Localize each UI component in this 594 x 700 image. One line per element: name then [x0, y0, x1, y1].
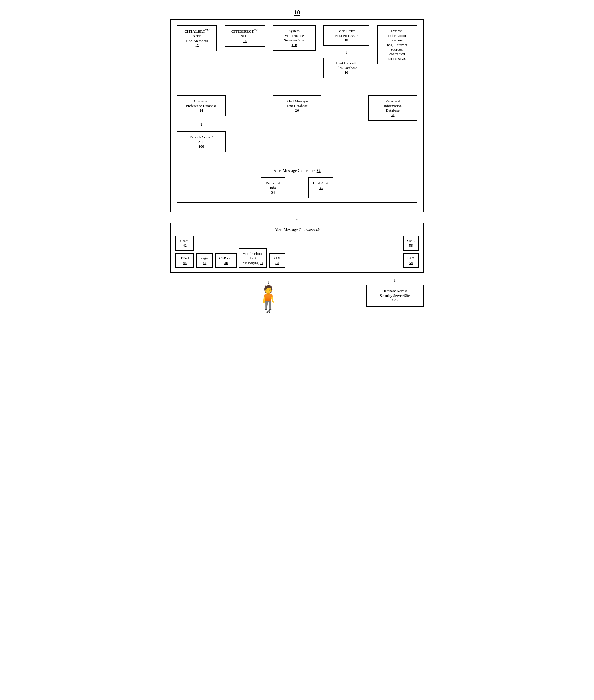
outer-box: CITIALERTTM SITE Non-Members 12 CITIDIRE…: [170, 19, 424, 212]
alertmsg-line1: Alert Message: [276, 99, 318, 103]
citidirect-num: 14: [228, 38, 262, 43]
arrow-custpref-reports: ↕: [177, 121, 226, 127]
custpref-col: Customer Preference Database 24 ↕ Report…: [177, 95, 226, 152]
external-line6: contracted: [381, 52, 414, 56]
alertmsg-node: Alert Message Text Database 26: [272, 95, 322, 116]
citidirect-node: CITIDIRECTTM SITE 14: [225, 25, 265, 46]
external-line3: Servers: [381, 38, 414, 42]
citialert-line2: SITE: [180, 34, 213, 38]
ratesinfo-gen-num: 34: [266, 190, 280, 195]
mobilephone-line2: Text: [242, 256, 263, 260]
dbaccess-node: Database Access Security Server/Site 120: [366, 285, 424, 307]
page: 10 CITIALERTTM SITE Non-Members 12 CITID…: [168, 6, 426, 317]
arrow-gen-gw: ↓: [170, 214, 424, 221]
ratesinfo-node: Rates and Information Database 30: [368, 95, 417, 121]
gateways-box: Alert Message Gateways 40 e-mail 42 HTML…: [170, 223, 424, 273]
xml-num: 52: [273, 260, 282, 265]
html-node: HTML 44: [175, 253, 194, 268]
reports-line2: Site: [180, 139, 222, 144]
dbaccess-line1: Database Access: [370, 289, 420, 293]
external-line5: sources,: [381, 47, 414, 52]
xml-node: XML 52: [269, 253, 286, 268]
mobilephone-num: 50: [260, 260, 263, 265]
gateways-inner: e-mail 42 HTML 44 Pager 46: [175, 236, 419, 268]
reports-num: 100: [180, 144, 222, 149]
gateways-num: 40: [316, 228, 320, 232]
external-line1: External: [381, 29, 414, 33]
generators-label: Alert Message Generators 32: [183, 168, 411, 173]
sms-line1: SMS: [407, 239, 415, 243]
dbaccess-line2: Security Server/Site: [370, 293, 420, 298]
citialert-num: 12: [180, 43, 213, 48]
custpref-num: 24: [180, 108, 222, 113]
hostalert-line1: Host Alert: [313, 181, 329, 186]
pager-line1: Pager: [200, 256, 209, 260]
backoffice-node: Back Office Host Processor 18: [324, 25, 369, 46]
html-num: 44: [179, 260, 190, 265]
hostalert-num: 36: [313, 186, 329, 190]
ratesinfo-num: 30: [372, 113, 414, 117]
external-num: 28: [402, 56, 406, 61]
mobilephone-line1: Mobile Phone: [242, 251, 263, 256]
external-node: External Information Servers (e.g., Inte…: [377, 25, 417, 64]
gateways-label-text: Alert Message Gateways: [274, 228, 315, 232]
person-num: 58: [266, 309, 270, 314]
email-num: 42: [179, 243, 190, 248]
external-line2: Information: [381, 33, 414, 38]
top-row: CITIALERTTM SITE Non-Members 12 CITIDIRE…: [177, 25, 417, 78]
sysmaint-node: System Maintenance Servever/Site 110: [272, 25, 316, 51]
pager-num: 46: [200, 260, 209, 265]
gateways-section: Alert Message Gateways 40 e-mail 42 HTML…: [170, 223, 424, 273]
custpref-line2: Preference Database: [180, 103, 222, 108]
fax-num: 54: [407, 260, 415, 265]
citialert-tm: TM: [205, 29, 209, 32]
sysmaint-num: 110: [276, 42, 312, 47]
gw-left-col: e-mail 42 HTML 44: [175, 236, 194, 268]
generators-inner: Rates and Info 34 Host Alert 36: [183, 178, 411, 198]
html-line1: HTML: [179, 256, 190, 260]
fax-node: FAX 54: [403, 253, 419, 268]
csrcall-line1: CSR call: [219, 256, 233, 260]
dbaccess-num: 120: [370, 298, 420, 303]
ratesinfo-line1: Rates and: [372, 99, 414, 103]
citidirect-name: CITIDIRECT: [231, 29, 254, 34]
ratesinfo-gen-line2: Info: [266, 186, 280, 190]
xml-line1: XML: [273, 256, 282, 260]
citialert-line3: Non-Members: [180, 38, 213, 43]
csrcall-node: CSR call 48: [215, 253, 237, 268]
external-line4: (e.g., Internet: [381, 42, 414, 47]
custpref-node: Customer Preference Database 24: [177, 95, 226, 116]
sms-num: 56: [407, 243, 415, 248]
citidirect-line2: SITE: [228, 34, 262, 38]
citidirect-tm: TM: [254, 29, 258, 32]
backoffice-num: 18: [327, 38, 366, 42]
backoffice-line1: Back Office: [327, 29, 366, 33]
reports-node: Reports Server/ Site 100: [177, 131, 226, 152]
ratesinfo-gen-line1: Rates and: [266, 181, 280, 186]
hosthandoff-node: Host Handoff Files Database 16: [324, 58, 369, 78]
alertmsg-line2: Text Database: [276, 103, 318, 108]
bottom-section: ↓ 🧍 58 ↓ Database Access Security Server…: [170, 277, 424, 314]
arrow-gw-person: ↓: [267, 280, 269, 285]
hosthandoff-num: 16: [327, 70, 366, 75]
backoffice-line2: Host Processor: [327, 33, 366, 38]
hosthandoff-line1: Host Handoff: [327, 61, 366, 66]
sysmaint-line3: Servever/Site: [276, 38, 312, 42]
generators-box: Alert Message Generators 32 Rates and In…: [177, 164, 417, 203]
hosthandoff-line2: Files Database: [327, 66, 366, 70]
gw-right-col: SMS 56 FAX 54: [403, 236, 419, 268]
alertmsg-num: 26: [276, 108, 318, 113]
dbaccess-section: ↓ Database Access Security Server/Site 1…: [366, 277, 424, 307]
gateways-label: Alert Message Gateways 40: [175, 228, 419, 232]
email-node: e-mail 42: [175, 236, 194, 251]
mobilephone-line3: Messaging 50: [242, 260, 263, 265]
pager-node: Pager 46: [196, 253, 213, 268]
hostalert-node: Host Alert 36: [308, 178, 333, 198]
diagram-title: 10: [170, 9, 424, 16]
fax-line1: FAX: [407, 256, 415, 260]
backoffice-col: Back Office Host Processor 18 ↓ Host Han…: [324, 25, 369, 78]
mobilephone-node: Mobile Phone Text Messaging 50: [239, 249, 267, 268]
sysmaint-line2: Maintenance: [276, 33, 312, 38]
csrcall-num: 48: [219, 260, 233, 265]
citialert-node: CITIALERTTM SITE Non-Members 12: [177, 25, 217, 51]
